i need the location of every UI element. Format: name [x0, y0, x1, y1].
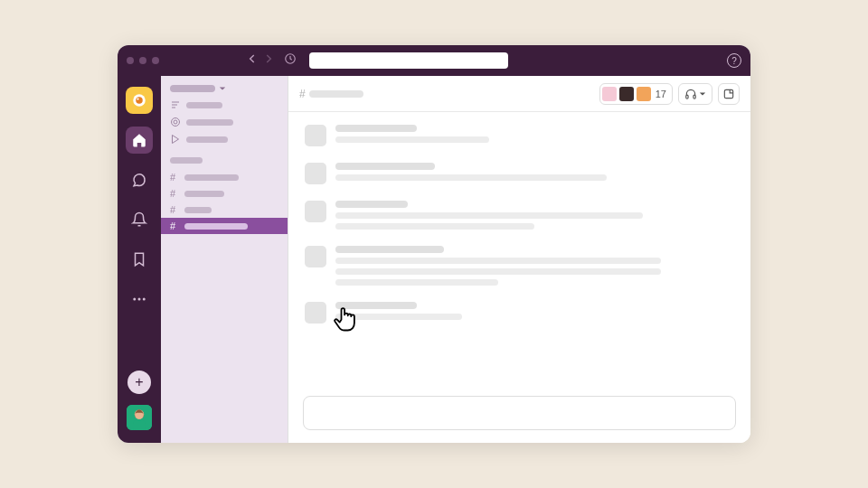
- workspace-switcher[interactable]: [126, 87, 153, 114]
- message-avatar: [305, 246, 326, 267]
- message-body: [335, 163, 734, 184]
- drafts-icon: [170, 134, 181, 145]
- message-row[interactable]: [305, 246, 734, 286]
- workspace-name[interactable]: [161, 85, 288, 99]
- rail-dms-icon[interactable]: [126, 166, 153, 193]
- canvas-icon: [722, 88, 735, 100]
- create-new-button[interactable]: +: [127, 371, 151, 394]
- svg-point-6: [143, 298, 146, 301]
- hash-icon: #: [299, 88, 306, 100]
- threads-icon: [170, 99, 181, 110]
- message-row[interactable]: [305, 302, 734, 324]
- message-avatar: [305, 201, 326, 222]
- svg-point-3: [137, 98, 138, 99]
- member-avatar: [619, 87, 634, 101]
- rail-more-icon[interactable]: [126, 286, 153, 313]
- window-controls[interactable]: [127, 57, 159, 64]
- sidebar-item-mentions[interactable]: [170, 117, 278, 127]
- svg-point-2: [136, 97, 143, 104]
- channel-item[interactable]: #: [161, 202, 288, 218]
- app-window: ? +: [118, 45, 750, 443]
- rail-later-icon[interactable]: [126, 246, 153, 273]
- svg-rect-13: [686, 95, 688, 99]
- rail-activity-icon[interactable]: [126, 206, 153, 233]
- svg-point-5: [138, 298, 141, 301]
- main-content: # 17: [288, 76, 750, 443]
- message-avatar: [305, 163, 326, 184]
- channel-title[interactable]: #: [299, 88, 363, 100]
- channel-item[interactable]: #: [161, 169, 288, 185]
- message-row[interactable]: [305, 163, 734, 184]
- svg-point-4: [133, 298, 136, 301]
- mentions-icon: [170, 117, 181, 127]
- user-avatar[interactable]: [127, 405, 152, 430]
- hash-icon: #: [170, 221, 179, 231]
- message-avatar: [305, 125, 326, 146]
- history-icon[interactable]: [284, 52, 297, 69]
- message-body: [335, 246, 734, 286]
- channels-section-header[interactable]: [161, 157, 288, 169]
- svg-rect-9: [133, 421, 146, 431]
- svg-point-12: [174, 120, 177, 124]
- channel-header: # 17: [288, 76, 750, 112]
- nav-forward-icon[interactable]: [262, 52, 275, 69]
- channel-sidebar: ####: [161, 76, 288, 443]
- message-row[interactable]: [305, 201, 734, 230]
- nav-rail: +: [118, 76, 161, 443]
- minimize-dot[interactable]: [139, 57, 146, 64]
- close-dot[interactable]: [127, 57, 134, 64]
- member-avatar: [637, 87, 651, 101]
- help-icon[interactable]: ?: [727, 53, 741, 68]
- message-avatar: [305, 302, 326, 324]
- member-avatar: [602, 87, 617, 101]
- hash-icon: #: [170, 204, 179, 215]
- message-row[interactable]: [305, 125, 734, 146]
- channel-item[interactable]: #: [161, 185, 288, 202]
- svg-rect-15: [724, 89, 732, 98]
- svg-rect-14: [693, 95, 695, 99]
- member-count: 17: [656, 89, 666, 99]
- members-button[interactable]: 17: [599, 83, 673, 105]
- sidebar-item-drafts[interactable]: [170, 134, 278, 145]
- message-composer[interactable]: [303, 396, 736, 430]
- titlebar: ?: [118, 45, 750, 76]
- message-body: [335, 302, 734, 324]
- search-input[interactable]: [309, 52, 508, 69]
- message-body: [335, 125, 734, 146]
- chevron-down-icon: [219, 85, 226, 92]
- headphones-icon: [684, 88, 697, 100]
- chevron-down-icon: [699, 90, 706, 98]
- hash-icon: #: [170, 188, 179, 199]
- message-body: [335, 201, 734, 230]
- zoom-dot[interactable]: [152, 57, 159, 64]
- svg-point-11: [172, 118, 180, 127]
- nav-back-icon[interactable]: [246, 52, 259, 69]
- message-list: [288, 112, 750, 389]
- rail-home-icon[interactable]: [126, 127, 153, 154]
- huddle-button[interactable]: [678, 83, 712, 105]
- channel-item[interactable]: #: [161, 218, 288, 234]
- hash-icon: #: [170, 172, 179, 183]
- sidebar-item-threads[interactable]: [170, 99, 278, 110]
- canvas-button[interactable]: [718, 83, 740, 105]
